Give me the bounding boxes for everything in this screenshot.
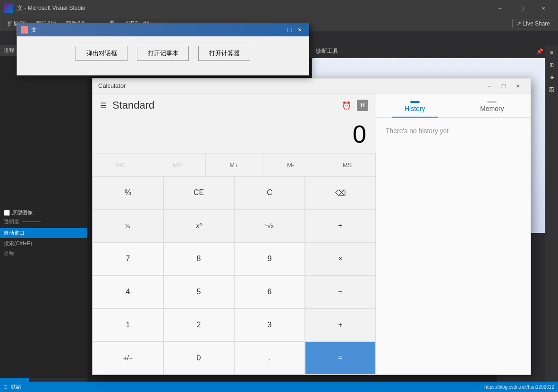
no-history-text: There's no history yet xyxy=(386,127,448,135)
close-button[interactable]: × xyxy=(533,0,554,17)
calc-history-content: There's no history yet xyxy=(376,118,531,375)
mfc-app-icon xyxy=(21,26,28,34)
mfc-titlebar: 文 − □ × xyxy=(17,23,309,36)
calc-3-button[interactable]: 3 xyxy=(234,308,305,341)
autodock-section: 自动窗口 xyxy=(0,228,87,238)
mfc-content: 弹出对话框 打开记事本 打开计算器 xyxy=(17,36,309,75)
mfc-maximize-button[interactable]: □ xyxy=(284,25,295,35)
diagnostic-header: 诊断工具 📌 × xyxy=(312,45,558,58)
notepad-button[interactable]: 打开记事本 xyxy=(137,46,189,61)
transparency-label: 透明度: ───── xyxy=(4,218,83,225)
calc-reciprocal-button[interactable]: ¹⁄ₓ xyxy=(93,209,163,242)
name-label: 名称 xyxy=(0,249,87,258)
calc-h-badge[interactable]: H xyxy=(357,100,368,111)
calc-square-button[interactable]: x² xyxy=(163,209,234,242)
vert-btn-4[interactable]: 🖼 xyxy=(546,84,558,95)
vs-vert-toolbar: ≡ ⊞ ◈ 🖼 xyxy=(545,45,558,382)
calc-c-button[interactable]: C xyxy=(234,176,305,209)
vs-titlebar: 文 - Microsoft Visual Studio − □ × xyxy=(0,0,558,17)
calc-5-button[interactable]: 5 xyxy=(163,275,234,308)
watermark-url: https://blog.csdn.net/han1202012 xyxy=(484,384,554,390)
calc-history-tab[interactable]: History xyxy=(376,97,454,117)
calc-display-value: 0 xyxy=(353,120,366,148)
diagnostic-pin-icon[interactable]: 📌 xyxy=(534,48,545,55)
dialog-button[interactable]: 弹出对话框 xyxy=(76,46,127,61)
calc-0-button[interactable]: 0 xyxy=(163,341,234,375)
calc-memory-tab[interactable]: Memory xyxy=(454,97,531,117)
vert-btn-2[interactable]: ⊞ xyxy=(546,59,558,70)
calc-history-icon[interactable]: ⏰ xyxy=(342,101,351,110)
mfc-close-button[interactable]: × xyxy=(295,25,305,35)
calc-negate-button[interactable]: +/− xyxy=(93,341,163,375)
vs-logo-icon xyxy=(4,4,13,13)
calc-menu-icon[interactable]: ☰ xyxy=(100,101,107,110)
prototype-label: 原型图像: xyxy=(12,209,34,216)
calc-divide-button[interactable]: ÷ xyxy=(305,209,376,242)
vert-btn-1[interactable]: ≡ xyxy=(546,47,558,58)
calc-mc-button[interactable]: MC xyxy=(93,153,149,176)
mfc-dialog-window: 文 − □ × 弹出对话框 打开记事本 打开计算器 xyxy=(17,23,309,76)
calc-ms-button[interactable]: MS xyxy=(319,153,376,176)
vert-btn-3[interactable]: ◈ xyxy=(546,71,558,83)
calc-title: Calculator xyxy=(98,82,482,89)
calc-close-button[interactable]: × xyxy=(511,79,525,93)
history-tab-label: History xyxy=(405,105,425,112)
vs-title: 文 - Microsoft Visual Studio xyxy=(17,4,85,12)
calc-minimize-button[interactable]: − xyxy=(482,79,497,93)
calc-subtract-button[interactable]: − xyxy=(305,275,376,308)
calc-multiply-button[interactable]: × xyxy=(305,242,376,275)
calc-2-button[interactable]: 2 xyxy=(163,308,234,341)
calc-equals-button[interactable]: = xyxy=(305,341,376,375)
calc-ce-button[interactable]: CE xyxy=(163,176,234,209)
calc-mr-button[interactable]: MR xyxy=(149,153,206,176)
vs-status-text: 就绪 xyxy=(11,383,21,391)
calc-header: ☰ Standard ⏰ H xyxy=(93,94,376,115)
live-share-button[interactable]: ↗ Live Share xyxy=(512,19,554,28)
calc-memory-row: MC MR M+ M- MS xyxy=(93,153,376,176)
calc-maximize-button[interactable]: □ xyxy=(497,79,511,93)
calculator-button[interactable]: 打开计算器 xyxy=(198,46,250,61)
calc-add-button[interactable]: + xyxy=(305,308,376,341)
calc-4-button[interactable]: 4 xyxy=(93,275,163,308)
maximize-button[interactable]: □ xyxy=(511,0,533,17)
calc-right-tabs: History Memory xyxy=(376,94,531,118)
memory-tab-indicator xyxy=(487,101,497,103)
calc-display: 0 xyxy=(93,115,376,153)
calc-left: ☰ Standard ⏰ H 0 MC MR M+ M- MS % CE C ⌫ xyxy=(93,94,376,375)
diagnostic-title: 诊断工具 xyxy=(316,47,338,55)
minimize-button[interactable]: − xyxy=(489,0,511,17)
vs-status-bar: □ 就绪 https://blog.csdn.net/han1202012 xyxy=(0,382,558,392)
calculator-window: Calculator − □ × ☰ Standard ⏰ H 0 MC MR … xyxy=(92,78,531,375)
calc-mplus-button[interactable]: M+ xyxy=(206,153,262,176)
calc-dot-button[interactable]: . xyxy=(234,341,305,375)
calc-mminus-button[interactable]: M- xyxy=(262,153,319,176)
calc-1-button[interactable]: 1 xyxy=(93,308,163,341)
calc-8-button[interactable]: 8 xyxy=(163,242,234,275)
mfc-title: 文 xyxy=(31,26,274,34)
calc-7-button[interactable]: 7 xyxy=(93,242,163,275)
vs-left-panel: 进程: 原型图像: 透明度: ───── 自动窗口 搜索(Ctrl+E) 名称 … xyxy=(0,45,87,392)
calc-right-panel: History Memory There's no history yet xyxy=(376,94,531,375)
vs-status-icon: □ xyxy=(4,384,7,390)
calc-grid: % CE C ⌫ ¹⁄ₓ x² ²√x ÷ 7 8 9 × 4 5 6 − xyxy=(93,176,376,375)
calc-6-button[interactable]: 6 xyxy=(234,275,305,308)
live-share-label: Live Share xyxy=(523,20,550,27)
memory-tab-label: Memory xyxy=(480,105,504,112)
calc-9-button[interactable]: 9 xyxy=(234,242,305,275)
calc-body: ☰ Standard ⏰ H 0 MC MR M+ M- MS % CE C ⌫ xyxy=(93,94,531,375)
calc-backspace-button[interactable]: ⌫ xyxy=(305,176,376,209)
mfc-minimize-button[interactable]: − xyxy=(274,25,284,35)
calc-mode-title: Standard xyxy=(112,99,336,111)
live-share-icon: ↗ xyxy=(516,20,521,27)
calc-sqrt-button[interactable]: ²√x xyxy=(234,209,305,242)
prototype-checkbox[interactable] xyxy=(4,210,10,216)
calc-percent-button[interactable]: % xyxy=(93,176,163,209)
search-section: 搜索(Ctrl+E) xyxy=(0,238,87,249)
calc-titlebar: Calculator − □ × xyxy=(93,78,531,94)
history-tab-indicator xyxy=(410,101,420,103)
